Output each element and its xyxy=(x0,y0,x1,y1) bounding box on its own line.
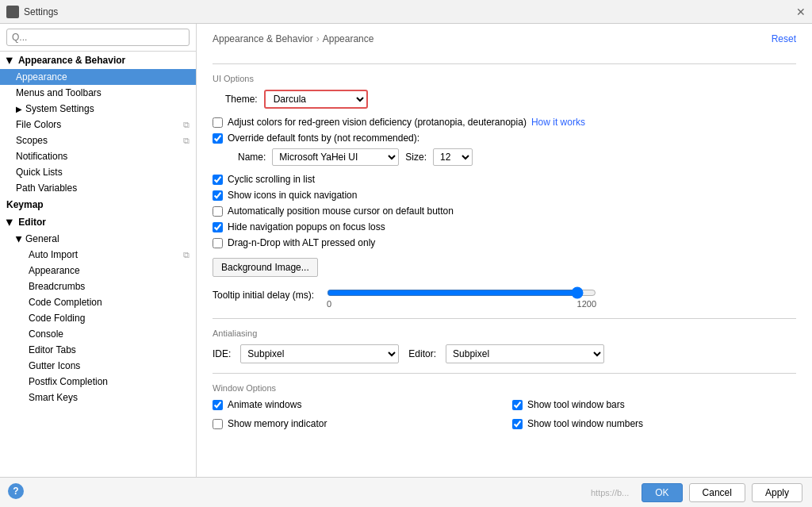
editor-aa-label: Editor: xyxy=(408,348,436,359)
cyclic-checkbox[interactable] xyxy=(213,175,223,185)
how-it-works-link[interactable]: How it works xyxy=(531,117,585,128)
copy-icon: ⧉ xyxy=(183,250,190,260)
animate-windows-label[interactable]: Animate windows xyxy=(228,399,301,410)
theme-label: Theme: xyxy=(225,94,258,105)
sidebar-item-appearance[interactable]: Appearance xyxy=(0,69,196,85)
drag-drop-checkbox[interactable] xyxy=(213,238,223,248)
group-label: Appearance & Behavior xyxy=(18,55,125,66)
content-header: Appearance & Behavior › Appearance Reset xyxy=(213,33,796,54)
hide-nav-row: Hide navigation popups on focus loss xyxy=(213,221,796,232)
help-button[interactable]: ? xyxy=(8,483,24,499)
titlebar-left: Settings xyxy=(6,6,58,18)
tooltip-slider[interactable] xyxy=(327,286,596,299)
auto-position-checkbox[interactable] xyxy=(213,206,223,217)
slider-min-label: 0 xyxy=(327,299,331,309)
search-input[interactable] xyxy=(6,29,190,46)
hide-nav-label[interactable]: Hide navigation popups on focus loss xyxy=(228,221,385,232)
drag-drop-row: Drag-n-Drop with ALT pressed only xyxy=(213,237,796,248)
override-fonts-checkbox[interactable] xyxy=(213,133,223,144)
slider-container: 0 1200 xyxy=(327,286,644,309)
editor-antialiasing-select[interactable]: Subpixel Greyscale None xyxy=(446,344,604,363)
red-green-label[interactable]: Adjust colors for red-green vision defic… xyxy=(228,117,527,128)
sidebar-item-quick-lists[interactable]: Quick Lists xyxy=(0,164,196,180)
copy-icon: ⧉ xyxy=(183,120,190,130)
tooltip-delay-label: Tooltip initial delay (ms): xyxy=(213,290,314,301)
hide-nav-checkbox[interactable] xyxy=(213,222,223,232)
show-tool-bars-label[interactable]: Show tool window bars xyxy=(527,399,625,410)
antialiasing-label: Antialiasing xyxy=(213,328,796,338)
red-green-row: Adjust colors for red-green vision defic… xyxy=(213,117,796,128)
close-button[interactable]: ✕ xyxy=(796,6,806,18)
sidebar-item-appearance-editor[interactable]: Appearance xyxy=(0,263,196,278)
antialiasing-row: IDE: Subpixel Greyscale None Editor: Sub… xyxy=(213,344,796,363)
cancel-button[interactable]: Cancel xyxy=(689,483,745,502)
sidebar-search-container xyxy=(0,24,196,52)
sidebar-group-keymap[interactable]: Keymap xyxy=(0,196,196,213)
animate-windows-checkbox[interactable] xyxy=(213,400,223,410)
auto-position-label[interactable]: Automatically position mouse cursor on d… xyxy=(228,205,454,217)
animate-windows-row: Animate windows xyxy=(213,399,496,410)
font-name-select[interactable]: Microsoft YaHei UI Arial Segoe UI xyxy=(272,148,399,166)
triangle-icon: ▶ xyxy=(6,58,14,64)
font-size-select[interactable]: 1011121314 xyxy=(433,148,473,166)
separator-window xyxy=(213,373,796,374)
apply-button[interactable]: Apply xyxy=(752,483,802,502)
titlebar-title: Settings xyxy=(24,6,58,17)
slider-max-label: 1200 xyxy=(577,299,596,309)
sidebar-item-gutter-icons[interactable]: Gutter Icons xyxy=(0,358,196,374)
font-row: Name: Microsoft YaHei UI Arial Segoe UI … xyxy=(238,148,796,166)
window-options-label: Window Options xyxy=(213,383,796,393)
show-memory-checkbox[interactable] xyxy=(213,419,223,429)
sidebar-item-menus-toolbars[interactable]: Menus and Toolbars xyxy=(0,85,196,101)
reset-link[interactable]: Reset xyxy=(772,33,796,44)
show-tool-numbers-label[interactable]: Show tool window numbers xyxy=(527,418,643,429)
sidebar-item-console[interactable]: Console xyxy=(0,326,196,342)
drag-drop-label[interactable]: Drag-n-Drop with ALT pressed only xyxy=(228,237,375,248)
sidebar-item-auto-import[interactable]: Auto Import ⧉ xyxy=(0,247,196,263)
show-tool-numbers-row: Show tool window numbers xyxy=(512,418,796,429)
font-name-label: Name: xyxy=(238,152,266,163)
titlebar: Settings ✕ xyxy=(0,0,812,24)
override-fonts-row: Override default fonts by (not recommend… xyxy=(213,133,796,144)
sidebar-item-code-folding[interactable]: Code Folding xyxy=(0,310,196,326)
window-options-grid: Animate windows Show tool window bars Sh… xyxy=(213,399,796,434)
theme-select[interactable]: Darcula IntelliJ Light Windows 10 Light xyxy=(264,90,368,109)
red-green-checkbox[interactable] xyxy=(213,117,223,128)
show-tool-bars-checkbox[interactable] xyxy=(512,400,523,410)
breadcrumb-part1: Appearance & Behavior xyxy=(213,33,313,44)
sidebar-group-editor[interactable]: ▶ Editor xyxy=(0,213,196,231)
background-image-row: Background Image... xyxy=(213,258,796,277)
breadcrumb: Appearance & Behavior › Appearance xyxy=(213,33,373,44)
group-label: Keymap xyxy=(6,199,44,210)
sidebar-item-scopes[interactable]: Scopes ⧉ xyxy=(0,133,196,148)
theme-row: Theme: Darcula IntelliJ Light Windows 10… xyxy=(225,90,796,109)
sidebar-group-appearance-behavior[interactable]: ▶ Appearance & Behavior xyxy=(0,52,196,69)
sidebar-item-notifications[interactable]: Notifications xyxy=(0,148,196,164)
sidebar-item-smart-keys[interactable]: Smart Keys xyxy=(0,390,196,405)
show-tool-bars-row: Show tool window bars xyxy=(512,399,796,410)
show-memory-label[interactable]: Show memory indicator xyxy=(228,418,327,429)
sidebar-item-path-variables[interactable]: Path Variables xyxy=(0,180,196,196)
background-image-button[interactable]: Background Image... xyxy=(213,258,318,277)
ok-button[interactable]: OK xyxy=(642,483,682,502)
show-icons-checkbox[interactable] xyxy=(213,190,223,201)
ide-antialiasing-select[interactable]: Subpixel Greyscale None xyxy=(240,344,399,363)
breadcrumb-part2: Appearance xyxy=(323,33,374,44)
ui-options-label: UI Options xyxy=(213,74,796,83)
sidebar-item-postfix-completion[interactable]: Postfix Completion xyxy=(0,374,196,390)
separator xyxy=(213,63,796,64)
show-icons-label[interactable]: Show icons in quick navigation xyxy=(228,190,357,201)
show-memory-row: Show memory indicator xyxy=(213,418,496,429)
sidebar-item-file-colors[interactable]: File Colors ⧉ xyxy=(0,117,196,133)
show-tool-numbers-checkbox[interactable] xyxy=(512,419,523,429)
sidebar-item-editor-tabs[interactable]: Editor Tabs xyxy=(0,342,196,358)
content-area: Appearance & Behavior › Appearance Reset… xyxy=(197,24,812,477)
sidebar-item-code-completion[interactable]: Code Completion xyxy=(0,294,196,310)
sidebar-item-general[interactable]: ▶ General xyxy=(0,231,196,247)
sidebar-item-breadcrumbs[interactable]: Breadcrumbs xyxy=(0,278,196,294)
cyclic-label[interactable]: Cyclic scrolling in list xyxy=(228,174,315,185)
group-label: Editor xyxy=(18,217,46,228)
breadcrumb-separator: › xyxy=(316,33,320,44)
override-fonts-label[interactable]: Override default fonts by (not recommend… xyxy=(228,133,419,144)
sidebar-item-system-settings[interactable]: ▶ System Settings xyxy=(0,101,196,117)
